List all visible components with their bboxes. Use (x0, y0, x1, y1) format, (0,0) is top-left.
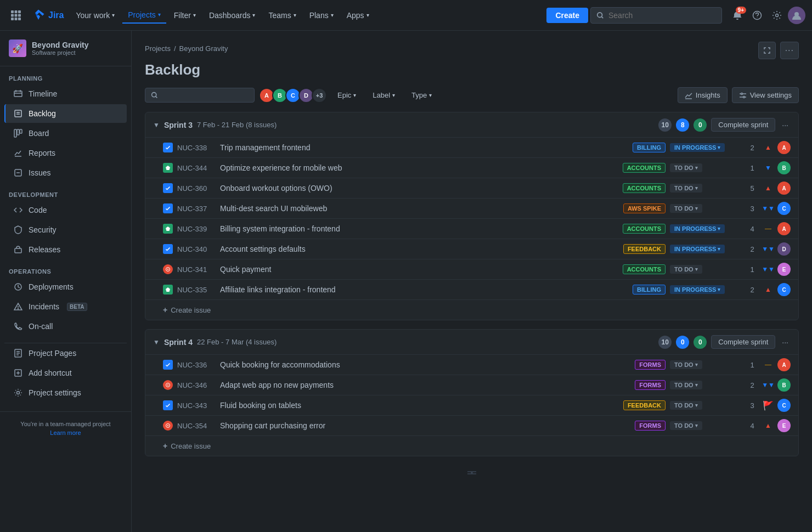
status-badge[interactable]: IN PROGRESS ▾ (670, 224, 725, 233)
status-badge[interactable]: TO DO ▾ (670, 360, 702, 369)
assignee-avatar[interactable]: A (777, 141, 791, 154)
assignee-avatar[interactable]: A (777, 182, 791, 195)
expand-button[interactable] (758, 42, 776, 59)
status-badge[interactable]: TO DO ▾ (670, 421, 702, 430)
table-row[interactable]: NUC-336 Quick booking for accommodations… (145, 354, 798, 375)
table-row[interactable]: NUC-360 Onboard workout options (OWO) AC… (145, 178, 798, 198)
issue-key[interactable]: NUC-344 (177, 164, 216, 172)
issue-label[interactable]: ACCOUNTS (623, 183, 666, 193)
assignee-avatar[interactable]: C (777, 283, 791, 296)
table-row[interactable]: NUC-335 Affiliate links integration - fr… (145, 279, 798, 299)
type-filter[interactable]: Type ▾ (405, 88, 438, 103)
insights-button[interactable]: Insights (678, 87, 728, 103)
issue-label[interactable]: ACCOUNTS (623, 163, 666, 173)
assignee-avatar[interactable]: C (777, 399, 791, 412)
breadcrumb-projects[interactable]: Projects (145, 44, 171, 53)
nav-apps[interactable]: Apps ▾ (341, 8, 375, 23)
issue-key[interactable]: NUC-346 (177, 381, 216, 389)
status-badge[interactable]: TO DO ▾ (670, 163, 702, 172)
issue-key[interactable]: NUC-343 (177, 401, 216, 410)
issue-key[interactable]: NUC-339 (177, 225, 216, 233)
issue-key[interactable]: NUC-336 (177, 361, 216, 369)
issue-label[interactable]: ACCOUNTS (623, 224, 666, 234)
user-avatar[interactable] (788, 7, 805, 24)
sprint-collapse-icon[interactable]: ▼ (153, 121, 160, 129)
nav-dashboards[interactable]: Dashboards ▾ (204, 8, 261, 23)
status-badge[interactable]: IN PROGRESS ▾ (670, 285, 725, 294)
sprint-collapse-icon[interactable]: ▼ (153, 338, 160, 346)
status-badge[interactable]: TO DO ▾ (670, 184, 702, 193)
sprint-3-header[interactable]: ▼ Sprint 3 7 Feb - 21 Feb (8 issues) 10 … (145, 112, 798, 137)
sidebar-item-add-shortcut[interactable]: Add shortcut (4, 364, 127, 382)
nav-projects[interactable]: Projects ▾ (122, 7, 166, 24)
sidebar-item-security[interactable]: Security (4, 220, 127, 239)
label-filter[interactable]: Label ▾ (366, 88, 401, 103)
status-badge[interactable]: IN PROGRESS ▾ (670, 143, 725, 152)
toolbar-search[interactable] (145, 88, 255, 103)
issue-label[interactable]: ACCOUNTS (623, 264, 666, 274)
sidebar-item-project-settings[interactable]: Project settings (4, 383, 127, 402)
sidebar-item-reports[interactable]: Reports (4, 144, 127, 162)
sidebar-item-oncall[interactable]: On-call (4, 317, 127, 336)
table-row[interactable]: NUC-354 Shopping cart purchasing error F… (145, 415, 798, 435)
status-badge[interactable]: TO DO ▾ (670, 265, 702, 274)
complete-sprint-3-button[interactable]: Complete sprint (711, 118, 775, 132)
search-input[interactable] (608, 11, 702, 20)
assignee-avatar[interactable]: B (777, 378, 791, 392)
create-issue-row-sprint3[interactable]: + Create issue (145, 299, 798, 320)
sprint-4-header[interactable]: ▼ Sprint 4 22 Feb - 7 Mar (4 issues) 10 … (145, 330, 798, 354)
table-row[interactable]: NUC-346 Adapt web app no new payments FO… (145, 375, 798, 395)
issue-key[interactable]: NUC-360 (177, 184, 216, 193)
issue-key[interactable]: NUC-341 (177, 265, 216, 274)
sidebar-item-timeline[interactable]: Timeline (4, 84, 127, 103)
breadcrumb-project[interactable]: Beyond Gravity (179, 44, 228, 53)
issue-key[interactable]: NUC-335 (177, 286, 216, 294)
status-badge[interactable]: TO DO ▾ (670, 204, 702, 213)
more-options-button[interactable]: ··· (780, 42, 799, 59)
issue-search-input[interactable] (161, 91, 238, 99)
status-badge[interactable]: TO DO ▾ (670, 381, 702, 389)
search-box[interactable] (590, 7, 722, 24)
assignee-avatar[interactable]: C (777, 202, 791, 215)
apps-grid-icon[interactable] (7, 6, 25, 25)
sidebar-item-deployments[interactable]: Deployments (4, 278, 127, 296)
table-row[interactable]: NUC-337 Multi-dest search UI mobileweb A… (145, 198, 798, 218)
table-row[interactable]: NUC-344 Optimize experience for mobile w… (145, 157, 798, 178)
issue-label[interactable]: FEEDBACK (623, 244, 666, 254)
issue-key[interactable]: NUC-340 (177, 245, 216, 253)
issue-key[interactable]: NUC-354 (177, 422, 216, 430)
sprint-3-menu-button[interactable]: ··· (780, 118, 791, 132)
avatar-count[interactable]: +3 (312, 88, 327, 103)
help-icon[interactable] (748, 7, 766, 24)
assignee-avatar[interactable]: A (777, 358, 791, 371)
issue-label[interactable]: FEEDBACK (623, 400, 666, 410)
issue-label[interactable]: FORMS (635, 360, 666, 370)
issue-label[interactable]: AWS SPIKE (623, 203, 666, 213)
table-row[interactable]: NUC-338 Trip management frontend BILLING… (145, 137, 798, 157)
issue-label[interactable]: BILLING (633, 285, 666, 295)
nav-your-work[interactable]: Your work ▾ (70, 8, 120, 23)
complete-sprint-4-button[interactable]: Complete sprint (711, 335, 775, 349)
sidebar-item-board[interactable]: Board (4, 124, 127, 143)
learn-more-link[interactable]: Learn more (0, 428, 131, 437)
create-issue-row-sprint4[interactable]: + Create issue (145, 435, 798, 456)
status-badge[interactable]: IN PROGRESS ▾ (670, 245, 725, 253)
sidebar-item-project-pages[interactable]: Project Pages (4, 344, 127, 363)
assignee-avatar[interactable]: D (777, 242, 791, 256)
sprint-4-menu-button[interactable]: ··· (780, 336, 791, 349)
epic-filter[interactable]: Epic ▾ (331, 88, 362, 103)
table-row[interactable]: NUC-343 Fluid booking on tablets FEEDBAC… (145, 395, 798, 415)
issue-label[interactable]: FORMS (635, 380, 666, 390)
table-row[interactable]: NUC-339 Billing system integration - fro… (145, 218, 798, 239)
sidebar-item-code[interactable]: Code (4, 201, 127, 219)
settings-icon[interactable] (768, 7, 786, 24)
create-button[interactable]: Create (546, 8, 588, 23)
notifications-icon[interactable]: 9+ (729, 7, 746, 24)
table-row[interactable]: NUC-340 Account settings defaults FEEDBA… (145, 239, 798, 259)
assignee-avatar[interactable]: E (777, 419, 791, 432)
sidebar-item-releases[interactable]: Releases (4, 240, 127, 259)
assignee-avatar[interactable]: B (777, 161, 791, 174)
nav-filter[interactable]: Filter ▾ (168, 8, 201, 23)
view-settings-button[interactable]: View settings (732, 87, 799, 103)
sidebar-item-backlog[interactable]: Backlog (4, 104, 127, 123)
